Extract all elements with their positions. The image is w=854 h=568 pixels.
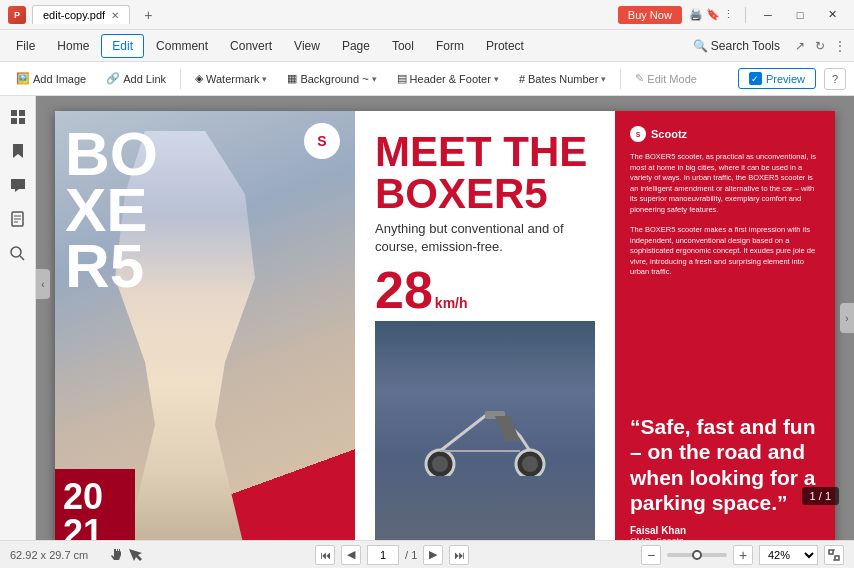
share-button[interactable]: ↗ <box>792 38 808 54</box>
meet-line1: MEET THE <box>375 131 595 173</box>
svg-rect-16 <box>835 556 839 560</box>
zoom-out-button[interactable]: − <box>641 545 661 565</box>
zoom-slider-wrap <box>667 553 727 557</box>
help-icon[interactable]: ? <box>824 68 846 90</box>
header-footer-icon: ▤ <box>397 72 407 85</box>
pdf-middle-section: MEET THE BOXER5 Anything but conventiona… <box>355 111 615 540</box>
page-navigation: ⏮ ◀ / 1 ▶ ⏭ <box>153 545 631 565</box>
page-number-input[interactable] <box>367 545 399 565</box>
add-link-icon: 🔗 <box>106 72 120 85</box>
svg-rect-1 <box>19 110 25 116</box>
boxer5-line3: R5 <box>65 238 158 294</box>
first-page-button[interactable]: ⏮ <box>315 545 335 565</box>
menu-page[interactable]: Page <box>332 35 380 57</box>
search-tools-label: Search Tools <box>711 39 780 53</box>
background-button[interactable]: ▦ Background ~ ▾ <box>279 69 384 88</box>
menu-protect[interactable]: Protect <box>476 35 534 57</box>
tagline-text: Anything but conventional and of course,… <box>375 220 595 256</box>
svg-point-8 <box>11 247 21 257</box>
edit-mode-button[interactable]: ✎ Edit Mode <box>627 69 705 88</box>
menu-form[interactable]: Form <box>426 35 474 57</box>
select-tool-icon[interactable] <box>127 547 143 563</box>
add-link-button[interactable]: 🔗 Add Link <box>98 69 174 88</box>
watermark-arrow: ▾ <box>262 74 267 84</box>
last-page-button[interactable]: ⏭ <box>449 545 469 565</box>
new-tab-button[interactable]: + <box>136 4 160 26</box>
refresh-button[interactable]: ↻ <box>812 38 828 54</box>
maximize-button[interactable]: □ <box>786 5 814 25</box>
background-arrow: ▾ <box>372 74 377 84</box>
description-text-2: The BOXER5 scooter makes a first impress… <box>630 225 820 278</box>
svg-rect-15 <box>829 550 833 554</box>
app-icon: P <box>8 6 26 24</box>
menu-edit[interactable]: Edit <box>101 34 144 58</box>
pages-panel-button[interactable] <box>5 206 31 232</box>
edit-mode-icon: ✎ <box>635 72 644 85</box>
title-bar-left: P edit-copy.pdf ✕ + <box>8 4 618 26</box>
add-image-icon: 🖼️ <box>16 72 30 85</box>
menu-convert[interactable]: Convert <box>220 35 282 57</box>
document-dimensions: 62.92 x 29.7 cm <box>10 549 88 561</box>
comments-panel-button[interactable] <box>5 172 31 198</box>
next-page-button[interactable]: ▶ <box>423 545 443 565</box>
meet-the-text: MEET THE BOXER5 <box>375 131 595 215</box>
close-button[interactable]: ✕ <box>818 5 846 25</box>
preview-button[interactable]: ✓ Preview <box>738 68 816 89</box>
document-area: BO XE R5 S 20 21 <box>36 96 854 540</box>
divider <box>745 7 746 23</box>
toolbar-sep-1 <box>180 69 181 89</box>
menu-comment[interactable]: Comment <box>146 35 218 57</box>
boxer5-line1: BO <box>65 126 158 182</box>
fit-page-button[interactable] <box>824 545 844 565</box>
document-tab[interactable]: edit-copy.pdf ✕ <box>32 5 130 24</box>
tab-close-button[interactable]: ✕ <box>111 10 119 21</box>
title-bar: P edit-copy.pdf ✕ + Buy Now 🖨️ 🔖 ⋮ ─ □ ✕ <box>0 0 854 30</box>
svg-rect-0 <box>11 110 17 116</box>
right-panel-collapse-arrow[interactable]: › <box>840 303 854 333</box>
hand-tool-icon[interactable] <box>108 547 124 563</box>
document-scroll[interactable]: BO XE R5 S 20 21 <box>36 96 854 540</box>
zoom-slider[interactable] <box>667 553 727 557</box>
pdf-page: BO XE R5 S 20 21 <box>55 111 835 540</box>
watermark-icon: ◈ <box>195 72 203 85</box>
menu-tool[interactable]: Tool <box>382 35 424 57</box>
bates-arrow: ▾ <box>601 74 606 84</box>
buy-now-button[interactable]: Buy Now <box>618 6 682 24</box>
year-line1: 20 <box>63 479 127 515</box>
description-text-1: The BOXER5 scooter, as practical as unco… <box>630 152 820 215</box>
pdf-left-section: BO XE R5 S 20 21 <box>55 111 355 540</box>
add-image-button[interactable]: 🖼️ Add Image <box>8 69 94 88</box>
minimize-button[interactable]: ─ <box>754 5 782 25</box>
title-bar-right: Buy Now 🖨️ 🔖 ⋮ ─ □ ✕ <box>618 5 846 25</box>
year-box: 20 21 <box>55 469 135 540</box>
menu-view[interactable]: View <box>284 35 330 57</box>
settings-button[interactable]: ⋮ <box>832 38 848 54</box>
menu-bar: File Home Edit Comment Convert View Page… <box>0 30 854 62</box>
prev-page-button[interactable]: ◀ <box>341 545 361 565</box>
watermark-label: Watermark <box>206 73 259 85</box>
background-icon: ▦ <box>287 72 297 85</box>
logo-s: S <box>304 123 340 159</box>
meet-line2: BOXER5 <box>375 173 595 215</box>
status-bar: 62.92 x 29.7 cm ⏮ ◀ / 1 ▶ ⏭ − + 42% 50% … <box>0 540 854 568</box>
watermark-button[interactable]: ◈ Watermark ▾ <box>187 69 275 88</box>
thumbnails-panel-button[interactable] <box>5 104 31 130</box>
bates-number-button[interactable]: # Bates Number ▾ <box>511 70 614 88</box>
author-title: CMO, Scootz <box>630 536 820 540</box>
left-panel <box>0 96 36 540</box>
left-panel-collapse-arrow[interactable]: ‹ <box>36 269 50 299</box>
header-footer-button[interactable]: ▤ Header & Footer ▾ <box>389 69 507 88</box>
search-tools-button[interactable]: 🔍 Search Tools <box>685 35 788 57</box>
zoom-in-button[interactable]: + <box>733 545 753 565</box>
menu-home[interactable]: Home <box>47 35 99 57</box>
menu-right-group: 🔍 Search Tools ↗ ↻ ⋮ <box>685 35 848 57</box>
tab-label: edit-copy.pdf <box>43 9 105 21</box>
menu-file[interactable]: File <box>6 35 45 57</box>
zoom-select[interactable]: 42% 50% 75% 100% <box>759 545 818 565</box>
zoom-thumb <box>692 550 702 560</box>
page-indicator: 1 / 1 <box>802 487 839 505</box>
bookmarks-panel-button[interactable] <box>5 138 31 164</box>
pdf-right-section: S Scootz The BOXER5 scooter, as practica… <box>615 111 835 540</box>
boxer5-line2: XE <box>65 182 158 238</box>
search-panel-button[interactable] <box>5 240 31 266</box>
